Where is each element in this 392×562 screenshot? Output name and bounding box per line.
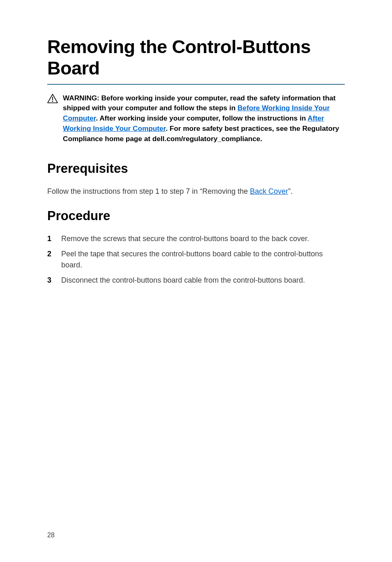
warning-callout: WARNING: Before working inside your comp… xyxy=(47,93,345,144)
procedure-list: Remove the screws that secure the contro… xyxy=(47,233,345,286)
page-title: Removing the Control-Buttons Board xyxy=(47,36,345,79)
procedure-step: Disconnect the control-buttons board cab… xyxy=(47,275,345,286)
page-number: 28 xyxy=(47,532,55,539)
warning-text: WARNING: Before working inside your comp… xyxy=(63,93,345,144)
back-cover-link[interactable]: Back Cover xyxy=(250,187,288,195)
title-divider xyxy=(47,84,345,85)
procedure-step: Peel the tape that secures the control-b… xyxy=(47,248,345,271)
warning-icon xyxy=(47,94,58,107)
warning-link[interactable]: Before Working Inside Your Computer xyxy=(63,104,330,122)
warning-link[interactable]: After Working Inside Your Computer xyxy=(63,114,324,132)
procedure-heading: Procedure xyxy=(47,209,345,223)
prerequisites-paragraph: Follow the instructions from step 1 to s… xyxy=(47,186,345,197)
procedure-step: Remove the screws that secure the contro… xyxy=(47,233,345,244)
svg-point-1 xyxy=(52,101,53,102)
prerequisites-heading: Prerequisites xyxy=(47,161,345,176)
